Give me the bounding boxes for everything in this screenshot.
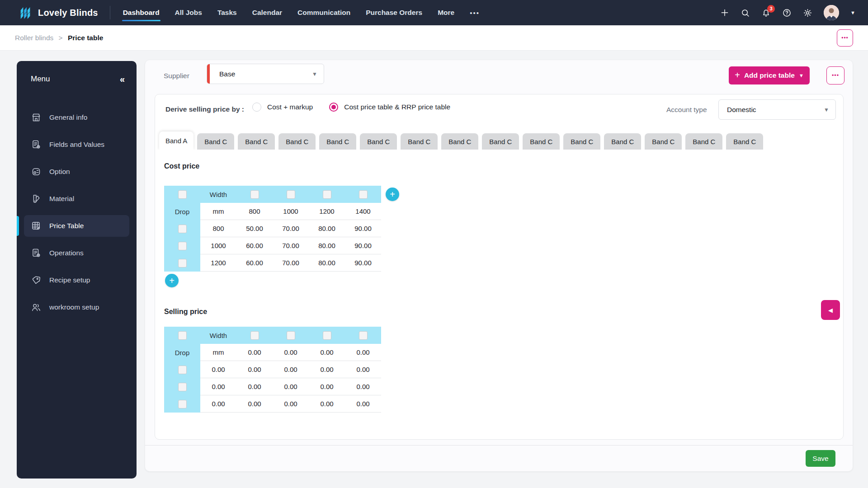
selling-width-value-cell[interactable]: 0.00 — [309, 344, 345, 361]
sidebar-item-material[interactable]: Material — [17, 185, 137, 212]
column-checkbox[interactable] — [287, 331, 295, 340]
column-checkbox[interactable] — [250, 190, 259, 199]
column-checkbox[interactable] — [323, 190, 331, 199]
tab-band-c-12[interactable]: Band C — [645, 133, 682, 150]
tab-band-c-13[interactable]: Band C — [685, 133, 722, 150]
supplier-select[interactable]: Base ▼ — [207, 64, 324, 84]
selling-price-cell[interactable]: 0.00 — [345, 378, 381, 395]
selling-width-value-cell[interactable]: 0.00 — [236, 344, 273, 361]
cost-width-value-cell[interactable]: 800 — [236, 203, 273, 220]
column-checkbox[interactable] — [359, 190, 368, 199]
row-checkbox[interactable] — [178, 242, 187, 250]
cost-price-cell[interactable]: 50.00 — [236, 220, 273, 237]
add-row-button[interactable]: + — [165, 274, 179, 287]
save-button[interactable]: Save — [806, 450, 835, 467]
notifications-bell-icon[interactable]: 3 — [761, 8, 771, 18]
nav-item-tasks[interactable]: Tasks — [217, 0, 237, 25]
cost-price-cell[interactable]: 80.00 — [309, 237, 345, 254]
row-checkbox[interactable] — [178, 366, 187, 374]
selling-price-cell[interactable]: 0.00 — [273, 378, 309, 395]
tab-band-a-0[interactable]: Band A — [159, 131, 193, 150]
selling-width-value-cell[interactable]: 0.00 — [273, 344, 309, 361]
tab-band-c-3[interactable]: Band C — [278, 133, 316, 150]
nav-item-dashboard[interactable]: Dashboard — [123, 0, 160, 25]
selling-drop-value-cell[interactable]: 0.00 — [200, 378, 236, 395]
sidebar-item-fields-and-values[interactable]: Fields and Values — [17, 131, 137, 158]
nav-item-calendar[interactable]: Calendar — [252, 0, 282, 25]
radio-cost-price-table-rrp-price-table[interactable]: Cost price table & RRP price table — [329, 103, 450, 112]
selling-price-cell[interactable]: 0.00 — [273, 395, 309, 413]
cost-price-cell[interactable]: 90.00 — [345, 237, 381, 254]
tab-band-c-8[interactable]: Band C — [482, 133, 519, 150]
cost-width-value-cell[interactable]: 1200 — [309, 203, 345, 220]
cost-price-cell[interactable]: 90.00 — [345, 254, 381, 272]
selling-price-cell[interactable]: 0.00 — [309, 395, 345, 413]
cost-price-cell[interactable]: 60.00 — [236, 254, 273, 272]
selling-price-cell[interactable]: 0.00 — [236, 378, 273, 395]
row-checkbox[interactable] — [178, 259, 187, 267]
tab-band-c-14[interactable]: Band C — [726, 133, 763, 150]
cost-price-cell[interactable]: 70.00 — [273, 237, 309, 254]
cost-price-cell[interactable]: 90.00 — [345, 220, 381, 237]
select-all-checkbox[interactable] — [178, 190, 187, 199]
breadcrumb-parent[interactable]: Roller blinds — [15, 34, 53, 42]
user-avatar[interactable] — [824, 5, 839, 20]
settings-gear-icon[interactable] — [803, 8, 812, 18]
cost-drop-value-cell[interactable]: 800 — [200, 220, 236, 237]
selling-price-cell[interactable]: 0.00 — [236, 361, 273, 378]
nav-item-communication[interactable]: Communication — [297, 0, 350, 25]
column-checkbox[interactable] — [359, 331, 368, 340]
tab-band-c-9[interactable]: Band C — [523, 133, 560, 150]
tab-band-c-10[interactable]: Band C — [563, 133, 600, 150]
add-price-table-button[interactable]: + Add price table ▼ — [729, 66, 810, 84]
tab-band-c-6[interactable]: Band C — [401, 133, 438, 150]
cost-price-cell[interactable]: 70.00 — [273, 254, 309, 272]
help-icon[interactable] — [782, 8, 792, 18]
selling-width-value-cell[interactable]: 0.00 — [345, 344, 381, 361]
tab-band-c-5[interactable]: Band C — [360, 133, 397, 150]
add-icon[interactable] — [720, 8, 729, 18]
selling-price-cell[interactable]: 0.00 — [273, 361, 309, 378]
selling-unit-cell[interactable]: mm — [200, 344, 236, 361]
cost-price-cell[interactable]: 80.00 — [309, 254, 345, 272]
sidebar-collapse-icon[interactable]: « — [120, 75, 125, 84]
sidebar-item-operations[interactable]: Operations — [17, 239, 137, 267]
cost-width-value-cell[interactable]: 1400 — [345, 203, 381, 220]
nav-item-purchase-orders[interactable]: Purchase Orders — [366, 0, 422, 25]
selling-price-cell[interactable]: 0.00 — [309, 361, 345, 378]
column-checkbox[interactable] — [323, 331, 331, 340]
page-more-actions-button[interactable]: ••• — [837, 29, 853, 47]
add-column-button[interactable]: + — [386, 188, 399, 201]
row-checkbox[interactable] — [178, 225, 187, 233]
tab-band-c-7[interactable]: Band C — [441, 133, 478, 150]
selling-price-cell[interactable]: 0.00 — [309, 378, 345, 395]
radio-cost-markup[interactable]: Cost + markup — [252, 103, 313, 112]
search-icon[interactable] — [741, 8, 750, 18]
column-checkbox[interactable] — [287, 190, 295, 199]
row-checkbox[interactable] — [178, 383, 187, 391]
sidebar-item-price-table[interactable]: Price Table — [17, 212, 137, 239]
nav-item-more[interactable]: More — [438, 0, 454, 25]
sidebar-item-general-info[interactable]: General info — [17, 104, 137, 131]
cost-price-cell[interactable]: 70.00 — [273, 220, 309, 237]
account-type-select[interactable]: Domestic ▼ — [718, 99, 836, 120]
selling-price-cell[interactable]: 0.00 — [345, 361, 381, 378]
tab-band-c-2[interactable]: Band C — [238, 133, 275, 150]
column-checkbox[interactable] — [250, 331, 259, 340]
row-checkbox[interactable] — [178, 400, 187, 408]
tab-band-c-4[interactable]: Band C — [319, 133, 356, 150]
profile-chevron-down-icon[interactable]: ▼ — [850, 10, 855, 15]
sidebar-item-workroom-setup[interactable]: workroom setup — [17, 294, 137, 321]
sidebar-item-recipe-setup[interactable]: Recipe setup — [17, 267, 137, 294]
cost-width-value-cell[interactable]: 1000 — [273, 203, 309, 220]
select-all-checkbox[interactable] — [178, 331, 187, 340]
cost-unit-cell[interactable]: mm — [200, 203, 236, 220]
selling-price-cell[interactable]: 0.00 — [236, 395, 273, 413]
cost-drop-value-cell[interactable]: 1000 — [200, 237, 236, 254]
cost-drop-value-cell[interactable]: 1200 — [200, 254, 236, 272]
selling-drop-value-cell[interactable]: 0.00 — [200, 395, 236, 413]
nav-overflow-dots-icon[interactable]: ••• — [470, 9, 480, 17]
sidebar-item-option[interactable]: Option — [17, 158, 137, 185]
table-more-actions-button[interactable]: ••• — [826, 66, 844, 84]
nav-item-all-jobs[interactable]: All Jobs — [175, 0, 202, 25]
